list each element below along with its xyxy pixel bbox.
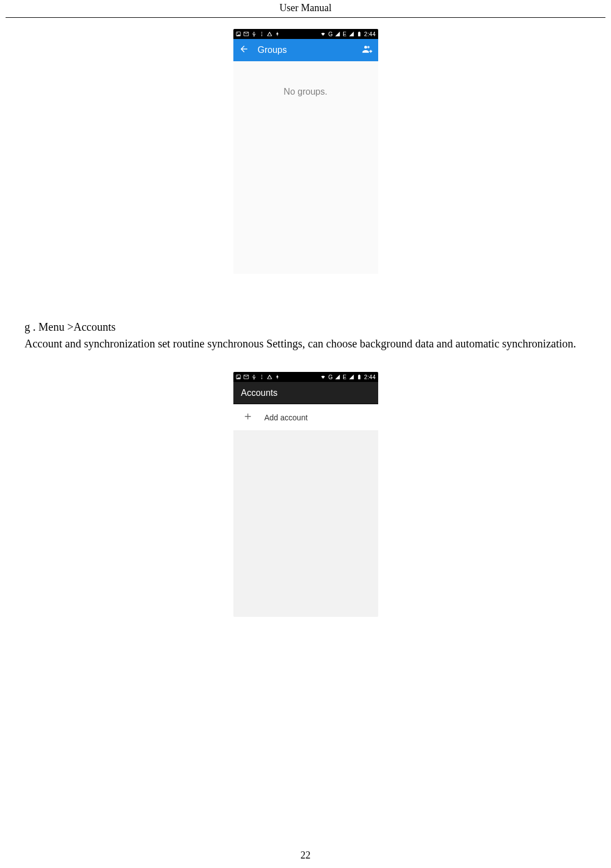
- add-account-row[interactable]: Add account: [233, 404, 378, 431]
- net-e-label: E: [343, 31, 346, 37]
- svg-point-2: [261, 32, 262, 33]
- svg-point-9: [261, 375, 262, 376]
- add-group-button[interactable]: [361, 43, 373, 57]
- battery-icon: [356, 31, 362, 37]
- signal2-icon: [349, 374, 354, 380]
- charging-icon: [275, 374, 280, 380]
- plus-icon: [243, 412, 252, 423]
- dots-icon: [259, 31, 265, 37]
- warning-icon: [267, 374, 272, 380]
- page-header: User Manual: [6, 0, 605, 18]
- screenshot2-wrap: G E 2:44 Accounts Add account: [0, 372, 611, 617]
- clock-text: 2:44: [364, 31, 376, 37]
- group-add-icon: [361, 43, 373, 55]
- usb-icon: [251, 31, 257, 37]
- svg-point-4: [261, 35, 262, 36]
- section-body: Account and synchronization set routine …: [3, 335, 608, 352]
- svg-point-6: [367, 46, 369, 48]
- picture-icon: [236, 31, 241, 37]
- empty-state-text: No groups.: [233, 61, 378, 97]
- svg-point-1: [237, 33, 238, 34]
- document-text: g . Menu >Accounts Account and synchroni…: [0, 318, 611, 352]
- appbar-title-2: Accounts: [241, 388, 278, 398]
- back-button[interactable]: [239, 44, 249, 56]
- svg-point-10: [261, 376, 262, 377]
- status-bar: G E 2:44: [233, 29, 378, 39]
- svg-point-11: [261, 378, 262, 379]
- header-title: User Manual: [280, 2, 331, 13]
- wifi-icon: [320, 31, 326, 37]
- picture-icon: [236, 374, 241, 380]
- signal1-icon: [335, 31, 340, 37]
- battery-icon: [356, 374, 362, 380]
- status-right: G E 2:44: [320, 31, 375, 37]
- screenshot-groups: G E 2:44 Groups No groups.: [233, 29, 378, 274]
- wifi-icon: [320, 374, 326, 380]
- email-icon: [243, 374, 249, 380]
- warning-icon: [267, 31, 272, 37]
- status-bar-2: G E 2:44: [233, 372, 378, 382]
- clock-text: 2:44: [364, 374, 376, 380]
- accounts-appbar: Accounts: [233, 382, 378, 404]
- net-e-label: E: [343, 374, 346, 380]
- status-left: [236, 31, 280, 37]
- status-right-2: G E 2:44: [320, 374, 375, 380]
- svg-point-5: [364, 46, 367, 48]
- screenshot-accounts: G E 2:44 Accounts Add account: [233, 372, 378, 617]
- signal2-icon: [349, 31, 354, 37]
- page-number: 22: [0, 850, 611, 861]
- appbar-title: Groups: [258, 45, 353, 55]
- arrow-left-icon: [239, 44, 249, 54]
- add-account-label: Add account: [265, 413, 308, 422]
- svg-point-8: [237, 376, 238, 377]
- status-left-2: [236, 374, 280, 380]
- groups-appbar: Groups: [233, 39, 378, 61]
- email-icon: [243, 31, 249, 37]
- svg-point-3: [261, 33, 262, 35]
- signal1-icon: [335, 374, 340, 380]
- usb-icon: [251, 374, 257, 380]
- page-content: G E 2:44 Groups No groups. g . Menu >Acc…: [0, 18, 611, 617]
- dots-icon: [259, 374, 265, 380]
- net-g-label: G: [328, 31, 333, 37]
- charging-icon: [275, 31, 280, 37]
- net-g-label: G: [328, 374, 333, 380]
- section-heading: g . Menu >Accounts: [3, 318, 608, 335]
